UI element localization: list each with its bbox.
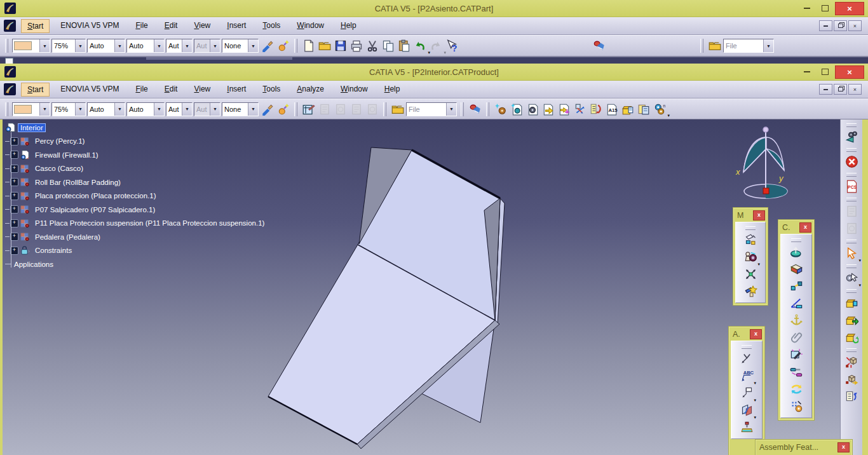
new-product-icon[interactable] <box>509 102 524 116</box>
whats-this-knowledge-icon[interactable] <box>317 102 332 116</box>
dropdown-arrow-icon[interactable]: ▾ <box>667 113 670 118</box>
new-component-icon[interactable] <box>493 102 508 116</box>
transparency-combo[interactable]: 75%▼ <box>51 39 86 53</box>
specification-list-icon[interactable] <box>843 388 860 405</box>
maximize-button[interactable] <box>817 3 834 15</box>
generate-numbering-icon[interactable]: A15 <box>604 102 619 116</box>
constraints-icon[interactable] <box>20 245 31 256</box>
chevron-down-icon[interactable]: ▼ <box>39 39 50 52</box>
weld-feature-icon[interactable] <box>738 350 755 367</box>
grayed-tool-icon-2[interactable] <box>843 220 860 237</box>
tree-item[interactable]: +Percy (Percy.1) <box>5 135 266 149</box>
axis-systems-icon[interactable] <box>843 353 860 370</box>
fill-color-combo[interactable]: ▼ <box>12 102 50 116</box>
pcs-document-icon[interactable]: PCS <box>843 178 860 195</box>
line-type-combo[interactable]: Auto▼ <box>126 39 165 53</box>
paste-icon[interactable] <box>397 39 411 53</box>
grayed-tool-icon-1[interactable] <box>843 203 860 220</box>
chevron-down-icon[interactable]: ▼ <box>210 103 220 116</box>
text-with-leader-icon[interactable]: ABC▾ <box>738 367 755 384</box>
tree-item-label[interactable]: Constraints <box>33 247 74 254</box>
chevron-down-icon[interactable]: ▼ <box>248 39 258 52</box>
tree-root-label[interactable]: Interior <box>18 124 45 132</box>
constraint-creation-icon[interactable] <box>843 370 860 388</box>
tree-item-label[interactable]: Placa proteccion (Placa proteccion.1) <box>33 192 158 200</box>
constraints-toolbar[interactable]: C. x <box>778 219 815 421</box>
redo-icon[interactable]: ▾ <box>428 39 443 53</box>
toolbar-grip[interactable] <box>846 173 857 177</box>
chevron-down-icon[interactable]: ▼ <box>154 39 164 52</box>
tree-root[interactable]: Interior <box>5 121 266 135</box>
rendering-style-combo[interactable]: Aut▼ <box>194 102 220 116</box>
chevron-down-icon[interactable]: ▼ <box>210 39 220 52</box>
painter-icon[interactable] <box>276 39 290 53</box>
tree-item[interactable]: +Casco (Casco) <box>5 162 266 176</box>
fill-color-combo[interactable]: ▼ <box>12 39 50 53</box>
chevron-down-icon[interactable]: ▼ <box>248 103 258 116</box>
copy-icon[interactable] <box>381 39 395 53</box>
menu-edit[interactable]: Edit <box>159 19 184 33</box>
sectioning-icon[interactable]: ▾ <box>738 402 755 419</box>
stamp-icon[interactable] <box>738 419 755 436</box>
toolbar-grip[interactable] <box>486 102 489 116</box>
print-icon[interactable] <box>349 39 363 53</box>
rendering-style-combo[interactable]: Aut▼ <box>194 39 220 53</box>
tree-item-label[interactable]: Firewall (Firewall.1) <box>33 151 100 159</box>
menu-help[interactable]: Help <box>379 83 406 97</box>
maximize-button[interactable] <box>817 66 834 78</box>
catalog-browser-icon[interactable] <box>843 294 860 311</box>
open-icon[interactable] <box>317 39 332 53</box>
cut-icon[interactable] <box>365 39 379 53</box>
assembly-features-toolbar[interactable]: Assembly Feat... x <box>755 439 853 455</box>
product-system-icon[interactable] <box>4 83 16 95</box>
menu-window[interactable]: Window <box>291 19 330 33</box>
toolbar-grip[interactable] <box>745 226 756 230</box>
part-icon[interactable] <box>20 218 31 229</box>
titlebar-p2interior[interactable]: CATIA V5 - [P2Interior.CATProduct] × <box>0 64 868 81</box>
document-system-icon[interactable] <box>4 20 16 32</box>
chevron-down-icon[interactable]: ▼ <box>114 39 125 52</box>
flag-note-icon[interactable]: ▾ <box>738 384 755 402</box>
contact-constraint-icon[interactable] <box>788 261 804 278</box>
menu-enovia-v5-vpm[interactable]: ENOVIA V5 VPM <box>55 83 125 97</box>
part-icon[interactable] <box>20 191 31 201</box>
tree-item[interactable]: +P07 Salpicadero (P07 Salpicadero.1) <box>5 203 266 217</box>
close-icon[interactable]: x <box>753 210 765 221</box>
stop-manipulate-on-clash-icon[interactable] <box>742 283 759 300</box>
edit-properties-icon[interactable] <box>301 102 316 116</box>
knowledge-template-icon-3[interactable] <box>365 102 379 116</box>
catalog-update-icon[interactable] <box>843 311 860 329</box>
manipulation-icon[interactable] <box>742 231 759 248</box>
tree-item-applications[interactable]: Applications <box>5 257 266 271</box>
tree-item[interactable]: +Placa proteccion (Placa proteccion.1) <box>5 189 266 203</box>
toolbar-grip[interactable] <box>846 123 857 127</box>
toolbar-grip[interactable] <box>742 345 752 349</box>
angle-constraint-icon[interactable] <box>788 295 804 312</box>
open-file-icon[interactable] <box>707 39 722 53</box>
toolbar-grip[interactable] <box>700 39 703 53</box>
minimize-button[interactable] <box>798 3 815 15</box>
menu-enovia-v5-vpm[interactable]: ENOVIA V5 VPM <box>55 19 125 33</box>
file-selector-combo[interactable]: File▼ <box>406 102 457 116</box>
titlebar-p2asiento[interactable]: CATIA V5 - [P2Asiento.CATPart] × <box>0 0 868 17</box>
tree-item[interactable]: +Firewall (Firewall.1) <box>5 148 266 162</box>
graphic-properties-wizard-icon[interactable] <box>260 39 275 53</box>
tree-item-label[interactable]: Casco (Casco) <box>33 165 85 172</box>
catalog-sync-icon[interactable] <box>843 329 860 346</box>
menu-insert[interactable]: Insert <box>221 83 252 97</box>
tree-item-label[interactable]: Applications <box>12 261 55 268</box>
mdi-restore-button[interactable] <box>834 20 847 31</box>
fix-together-icon[interactable] <box>788 329 804 346</box>
toolbar-grip[interactable] <box>791 238 801 242</box>
toolbar-grip[interactable] <box>5 39 8 53</box>
open-file-icon[interactable] <box>390 102 405 116</box>
delete-icon[interactable] <box>843 153 860 170</box>
chevron-down-icon[interactable]: ▼ <box>763 39 773 52</box>
replace-component-icon[interactable] <box>573 102 587 116</box>
point-symbol-combo[interactable]: Aut▼ <box>166 39 193 53</box>
menu-tools[interactable]: Tools <box>257 83 286 97</box>
toolbar-grip[interactable] <box>383 102 386 116</box>
menu-view[interactable]: View <box>188 19 216 33</box>
chevron-down-icon[interactable]: ▼ <box>39 103 50 116</box>
existing-component-icon[interactable] <box>541 102 555 116</box>
